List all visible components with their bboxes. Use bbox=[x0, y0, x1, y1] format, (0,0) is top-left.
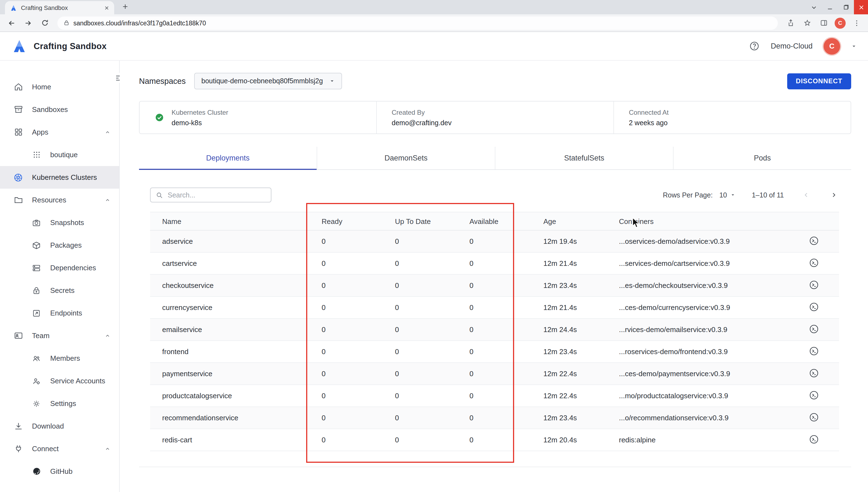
browser-menu-kebab-icon[interactable] bbox=[849, 16, 864, 30]
download-icon bbox=[13, 421, 23, 431]
back-icon[interactable] bbox=[4, 16, 19, 30]
service-accounts-icon bbox=[31, 376, 41, 386]
sidebar-item-label: Sandboxes bbox=[32, 105, 110, 114]
sidebar-item-team[interactable]: Team bbox=[0, 324, 119, 347]
sidebar-item-download[interactable]: Download bbox=[0, 415, 119, 437]
chevron-down-icon bbox=[730, 193, 735, 197]
sidebar-item-settings[interactable]: Settings bbox=[0, 392, 119, 415]
cell-up-to-date: 0 bbox=[383, 230, 457, 252]
chevron-up-icon[interactable] bbox=[105, 129, 110, 135]
previous-page-icon[interactable] bbox=[800, 190, 812, 200]
terminal-icon[interactable] bbox=[809, 368, 819, 378]
sidebar-item-snapshots[interactable]: Snapshots bbox=[0, 211, 119, 234]
sidebar-item-resources[interactable]: Resources bbox=[0, 189, 119, 211]
browser-toolbar: sandboxes.cloud/infras/ce3f17g0a1edtc188… bbox=[0, 14, 868, 32]
reload-icon[interactable] bbox=[38, 16, 52, 30]
window-menu-chevron-icon[interactable] bbox=[806, 0, 822, 14]
cell-up-to-date: 0 bbox=[383, 407, 457, 429]
account-menu-caret-icon[interactable] bbox=[851, 43, 857, 49]
side-panel-icon[interactable] bbox=[816, 16, 831, 30]
sidebar-item-service-accounts[interactable]: Service Accounts bbox=[0, 370, 119, 392]
table-row[interactable]: currencyservice 0 0 0 12m 21.4s ...ces-d… bbox=[150, 296, 839, 319]
crafting-logo-icon bbox=[11, 38, 27, 54]
terminal-icon[interactable] bbox=[809, 257, 819, 268]
cell-age: 12m 22.4s bbox=[531, 385, 607, 407]
browser-window: Crafting Sandbox bbox=[0, 0, 868, 492]
tab-statefulsets[interactable]: StatefulSets bbox=[495, 147, 673, 169]
table-row[interactable]: paymentservice 0 0 0 12m 22.4s ...ces-de… bbox=[150, 363, 839, 385]
address-bar[interactable]: sandboxes.cloud/infras/ce3f17g0a1edtc188… bbox=[57, 16, 778, 29]
table-row[interactable]: frontend 0 0 0 12m 23.4s ...roservices-d… bbox=[150, 341, 839, 363]
sidebar-item-packages[interactable]: Packages bbox=[0, 234, 119, 256]
sidebar-item-boutique[interactable]: boutique bbox=[0, 143, 119, 166]
next-page-icon[interactable] bbox=[828, 190, 839, 200]
tab-daemonsets[interactable]: DaemonSets bbox=[317, 147, 495, 169]
sidebar-item-label: Packages bbox=[50, 241, 110, 249]
tab-deployments[interactable]: Deployments bbox=[139, 147, 317, 169]
url-text: sandboxes.cloud/infras/ce3f17g0a1edtc188… bbox=[73, 20, 206, 26]
table-row[interactable]: recommendationservice 0 0 0 12m 23.4s ..… bbox=[150, 407, 839, 429]
namespaces-label: Namespaces bbox=[139, 77, 194, 85]
bookmark-star-icon[interactable] bbox=[800, 16, 814, 30]
cell-up-to-date: 0 bbox=[383, 363, 457, 385]
terminal-icon[interactable] bbox=[809, 301, 819, 312]
forward-icon[interactable] bbox=[21, 16, 35, 30]
sidebar-item-connect[interactable]: Connect bbox=[0, 437, 119, 460]
disconnect-button[interactable]: DISCONNECT bbox=[787, 73, 851, 89]
terminal-icon[interactable] bbox=[809, 346, 819, 356]
close-tab-icon[interactable] bbox=[104, 5, 109, 10]
cell-containers: redis:alpine bbox=[607, 429, 789, 451]
sidebar-item-kubernetes-clusters[interactable]: Kubernetes Clusters bbox=[0, 166, 119, 189]
table-row[interactable]: adservice 0 0 0 12m 19.4s ...oservices-d… bbox=[150, 230, 839, 252]
table-row[interactable]: cartservice 0 0 0 12m 21.4s ...services-… bbox=[150, 252, 839, 274]
sidebar-item-apps[interactable]: Apps bbox=[0, 121, 119, 143]
table-row[interactable]: checkoutservice 0 0 0 12m 23.4s ...es-de… bbox=[150, 274, 839, 296]
cell-containers: ...mo/productcatalogservice:v0.3.9 bbox=[607, 385, 789, 407]
snapshots-camera-icon bbox=[31, 218, 41, 227]
sidebar-item-endpoints[interactable]: Endpoints bbox=[0, 302, 119, 324]
user-avatar[interactable]: C bbox=[824, 38, 840, 54]
chevron-up-icon[interactable] bbox=[105, 197, 110, 203]
browser-tab[interactable]: Crafting Sandbox bbox=[5, 1, 114, 14]
browser-profile-avatar[interactable]: C bbox=[835, 17, 846, 28]
maximize-window-icon[interactable] bbox=[838, 0, 854, 14]
table-row[interactable]: productcatalogservice 0 0 0 12m 22.4s ..… bbox=[150, 385, 839, 407]
sidebar-item-dependencies[interactable]: Dependencies bbox=[0, 256, 119, 279]
terminal-icon[interactable] bbox=[809, 390, 819, 400]
app-header: Crafting Sandbox Demo-Cloud C bbox=[0, 32, 868, 61]
cell-up-to-date: 0 bbox=[383, 319, 457, 341]
cell-containers: ...oservices-demo/adservice:v0.3.9 bbox=[607, 230, 789, 252]
sidebar-item-home[interactable]: Home bbox=[0, 76, 119, 98]
minimize-window-icon[interactable] bbox=[822, 0, 838, 14]
terminal-icon[interactable] bbox=[809, 323, 819, 334]
terminal-icon[interactable] bbox=[809, 279, 819, 290]
table-row[interactable]: redis-cart 0 0 0 12m 20.4s redis:alpine bbox=[150, 429, 839, 451]
cell-containers: ...ces-demo/currencyservice:v0.3.9 bbox=[607, 296, 789, 319]
terminal-icon[interactable] bbox=[809, 412, 819, 422]
namespace-select[interactable]: boutique-demo-cebneebq80f5mmblsj2g bbox=[194, 73, 342, 89]
tab-pods[interactable]: Pods bbox=[673, 147, 851, 169]
sidebar-item-github[interactable]: GitHub bbox=[0, 460, 119, 483]
help-icon[interactable] bbox=[749, 41, 760, 51]
search-input[interactable] bbox=[168, 191, 266, 199]
sidebar-item-members[interactable]: Members bbox=[0, 347, 119, 370]
cell-ready: 0 bbox=[309, 385, 383, 407]
table-row[interactable]: emailservice 0 0 0 12m 24.4s ...rvices-d… bbox=[150, 319, 839, 341]
sidebar-item-label: Settings bbox=[50, 399, 110, 408]
close-window-icon[interactable] bbox=[854, 0, 868, 14]
column-header-name: Name bbox=[150, 212, 309, 230]
chevron-up-icon[interactable] bbox=[105, 446, 110, 451]
kubernetes-icon bbox=[13, 172, 23, 182]
new-tab-button[interactable] bbox=[119, 0, 132, 13]
rows-per-page-select[interactable]: 10 bbox=[719, 191, 735, 199]
chevron-up-icon[interactable] bbox=[105, 333, 110, 338]
share-icon[interactable] bbox=[783, 16, 798, 30]
sidebar-item-secrets[interactable]: Secrets bbox=[0, 279, 119, 302]
org-name: Demo-Cloud bbox=[771, 42, 813, 50]
deployments-table: Name Ready Up To Date Available Age Cont… bbox=[150, 212, 839, 451]
sidebar-item-sandboxes[interactable]: Sandboxes bbox=[0, 98, 119, 121]
terminal-icon[interactable] bbox=[809, 235, 819, 246]
connected-at-value: 2 weeks ago bbox=[629, 119, 669, 127]
cell-ready: 0 bbox=[309, 319, 383, 341]
terminal-icon[interactable] bbox=[809, 434, 819, 444]
